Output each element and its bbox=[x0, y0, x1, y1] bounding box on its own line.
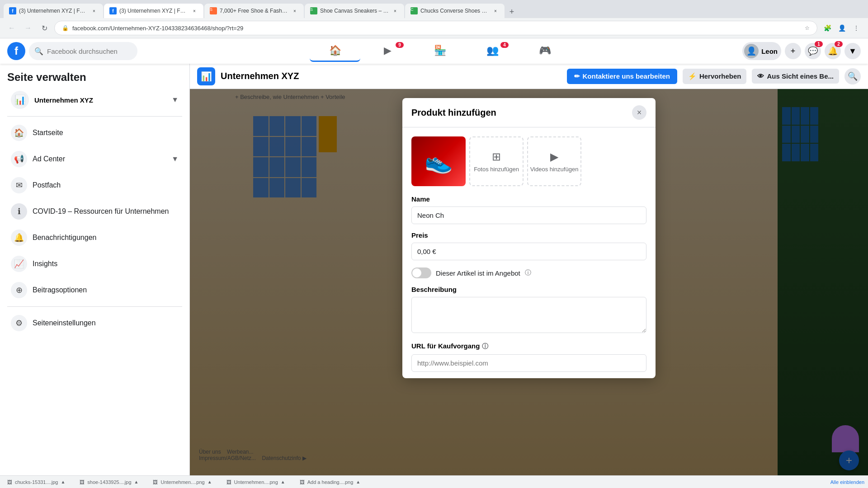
add-button[interactable]: + bbox=[785, 43, 801, 59]
chevron-down-icon: ▼ bbox=[171, 96, 179, 104]
settings-icon[interactable]: ⋮ bbox=[850, 22, 863, 34]
sidebar-item-seiteneinstellungen[interactable]: ⚙ Seiteneinstellungen bbox=[4, 310, 186, 336]
sidebar-item-benachrichtigungen[interactable]: 🔔 Benachrichtigungen bbox=[4, 225, 186, 250]
download-item-2[interactable]: 🖼 shoe-1433925....jpg ▲ bbox=[76, 479, 142, 486]
tab-3[interactable]: S 7,000+ Free Shoe & Fashion ... × bbox=[204, 4, 304, 18]
nav-home[interactable]: 🏠 bbox=[310, 40, 360, 62]
tab-2-close[interactable]: × bbox=[191, 7, 198, 14]
download-caret-1[interactable]: ▲ bbox=[61, 479, 65, 484]
tab-2[interactable]: f (3) Unternehmen XYZ | Face... × bbox=[104, 4, 203, 18]
nav-groups[interactable]: 👥 4 bbox=[467, 40, 518, 62]
add-photos-button[interactable]: ⊞ Fotos hinzufügen bbox=[469, 136, 524, 186]
preis-label: Preis bbox=[411, 231, 646, 239]
sidebar-item-beitragsoptionen[interactable]: ⊕ Beitragsoptionen bbox=[4, 277, 186, 303]
image-upload-row: 👟 ⊞ Fotos hinzufügen ▶ Videos hinzufügen bbox=[411, 136, 646, 186]
preis-input[interactable] bbox=[411, 243, 646, 260]
download-item-4[interactable]: 🖼 Unternehmen....png ▲ bbox=[223, 479, 289, 486]
url-info-icon[interactable]: ⓘ bbox=[482, 343, 488, 350]
download-icon-1: 🖼 bbox=[7, 479, 12, 485]
edit-contact-button[interactable]: ✏ Kontaktiere uns bearbeiten bbox=[567, 69, 677, 84]
download-item-5[interactable]: 🖼 Add a heading....png ▲ bbox=[296, 479, 364, 486]
tab-1-close[interactable]: × bbox=[90, 7, 98, 14]
name-label: Name bbox=[411, 195, 646, 203]
download-item-3[interactable]: 🖼 Unternehmen....png ▲ bbox=[149, 479, 215, 486]
tab-5-close[interactable]: × bbox=[492, 7, 499, 14]
search-icon: 🔍 bbox=[34, 47, 43, 56]
hervorheben-button[interactable]: ⚡ Hervorheben bbox=[683, 69, 747, 84]
product-name-input[interactable] bbox=[411, 206, 646, 224]
fb-header-right: 👤 Leon + 💬 1 🔔 2 ▼ bbox=[742, 42, 861, 60]
new-tab-button[interactable]: + bbox=[505, 5, 518, 18]
back-button[interactable]: ← bbox=[5, 22, 18, 34]
tab-5[interactable]: C Chucks Converse Shoes – Fre... × bbox=[405, 4, 505, 18]
url-input[interactable] bbox=[411, 354, 646, 372]
dialog-close-button[interactable]: × bbox=[632, 105, 646, 120]
sidebar-item-label-seiteneinstellungen: Seiteneinstellungen bbox=[33, 319, 96, 327]
user-avatar-button[interactable]: 👤 Leon bbox=[742, 42, 781, 60]
beschreibung-label: Beschreibung bbox=[411, 286, 646, 293]
search-input[interactable] bbox=[47, 47, 132, 55]
forward-button[interactable]: → bbox=[22, 22, 34, 34]
sidebar-item-label-insights: Insights bbox=[33, 260, 57, 268]
angebot-info-icon[interactable]: ⓘ bbox=[525, 269, 531, 277]
tab-1[interactable]: f (3) Unternehmen XYZ | Face... × bbox=[4, 4, 103, 18]
home-icon: 🏠 bbox=[329, 45, 341, 56]
groups-icon: 👥 bbox=[486, 45, 499, 56]
download-item-1[interactable]: 🖼 chucks-15331....jpg ▲ bbox=[4, 479, 69, 486]
sidebar-item-startseite[interactable]: 🏠 Startseite bbox=[4, 120, 186, 145]
url-text[interactable]: facebook.com/Unternehmen-XYZ-10433823463… bbox=[72, 25, 801, 32]
tab-3-title: 7,000+ Free Shoe & Fashion ... bbox=[220, 8, 288, 14]
insights-icon: 📈 bbox=[11, 256, 27, 272]
extensions-icon[interactable]: 🧩 bbox=[821, 22, 834, 34]
dialog-body: 👟 ⊞ Fotos hinzufügen ▶ Videos hinzufügen bbox=[402, 127, 656, 378]
pencil-icon: ✏ bbox=[574, 72, 580, 80]
tab-5-title: Chucks Converse Shoes – Fre... bbox=[420, 8, 489, 14]
sidebar-item-ad-center[interactable]: 📢 Ad Center ▼ bbox=[4, 146, 186, 172]
profile-icon[interactable]: 👤 bbox=[835, 22, 848, 34]
benachrichtigungen-icon: 🔔 bbox=[11, 230, 27, 246]
download-icon-2: 🖼 bbox=[80, 479, 85, 485]
lightning-icon: ⚡ bbox=[688, 72, 697, 80]
add-photo-icon: ⊞ bbox=[492, 150, 501, 163]
menu-button[interactable]: ▼ bbox=[844, 43, 861, 59]
sidebar-item-label-startseite: Startseite bbox=[33, 129, 63, 137]
messenger-button[interactable]: 💬 1 bbox=[805, 43, 821, 59]
shoe-image: 👟 bbox=[411, 136, 466, 186]
dialog-overlay: Produkt hinzufügen × 👟 ⊞ Fotos hinzufüge… bbox=[190, 89, 868, 488]
beschreibung-textarea[interactable] bbox=[411, 297, 646, 333]
angebot-toggle[interactable] bbox=[411, 267, 431, 278]
sidebar-page-item[interactable]: 📊 Unternehmen XYZ ▼ bbox=[4, 87, 186, 113]
tab-1-title: (3) Unternehmen XYZ | Face... bbox=[19, 8, 88, 14]
download-name-4: Unternehmen....png bbox=[234, 479, 278, 485]
sidebar-item-postfach[interactable]: ✉ Postfach bbox=[4, 173, 186, 198]
main-layout: Seite verwalten 📊 Unternehmen XYZ ▼ 🏠 St… bbox=[0, 64, 868, 488]
tab-4-close[interactable]: × bbox=[392, 7, 399, 14]
sidebar-item-covid[interactable]: ℹ COVID-19 – Ressourcen für Unternehmen bbox=[4, 199, 186, 224]
fb-search-bar[interactable]: 🔍 bbox=[29, 42, 137, 60]
notifications-button[interactable]: 🔔 2 bbox=[825, 43, 841, 59]
sidebar-item-insights[interactable]: 📈 Insights bbox=[4, 251, 186, 277]
download-caret-4[interactable]: ▲ bbox=[281, 479, 285, 484]
startseite-icon: 🏠 bbox=[11, 125, 27, 141]
show-all-downloads[interactable]: Alle einblenden bbox=[830, 479, 864, 485]
refresh-button[interactable]: ↻ bbox=[38, 22, 51, 34]
sidebar-item-label-postfach: Postfach bbox=[33, 181, 61, 189]
search-page-button[interactable]: 🔍 bbox=[844, 68, 861, 84]
url-bar[interactable]: 🔒 facebook.com/Unternehmen-XYZ-104338234… bbox=[54, 21, 817, 35]
page-icon: 📊 bbox=[11, 91, 29, 109]
download-caret-5[interactable]: ▲ bbox=[356, 479, 360, 484]
tab-4[interactable]: S Shoe Canvas Sneakers – Free... × bbox=[305, 4, 404, 18]
page-header: 📊 Unternehmen XYZ ✏ Kontaktiere uns bear… bbox=[190, 64, 868, 89]
nav-video[interactable]: ▶ 9 bbox=[362, 40, 413, 62]
nav-marketplace[interactable]: 🏪 bbox=[415, 40, 465, 62]
download-caret-3[interactable]: ▲ bbox=[208, 479, 212, 484]
sidebar-page-left: 📊 Unternehmen XYZ bbox=[11, 91, 93, 109]
messenger-badge: 1 bbox=[815, 41, 823, 47]
add-videos-button[interactable]: ▶ Videos hinzufügen bbox=[527, 136, 581, 186]
aus-sicht-button[interactable]: 👁 Aus Sicht eines Be... bbox=[752, 69, 839, 84]
download-caret-2[interactable]: ▲ bbox=[134, 479, 139, 484]
fb-logo[interactable]: f bbox=[7, 42, 25, 60]
tab-3-close[interactable]: × bbox=[291, 7, 298, 14]
dialog-header: Produkt hinzufügen × bbox=[402, 98, 656, 127]
nav-gaming[interactable]: 🎮 bbox=[519, 40, 570, 62]
